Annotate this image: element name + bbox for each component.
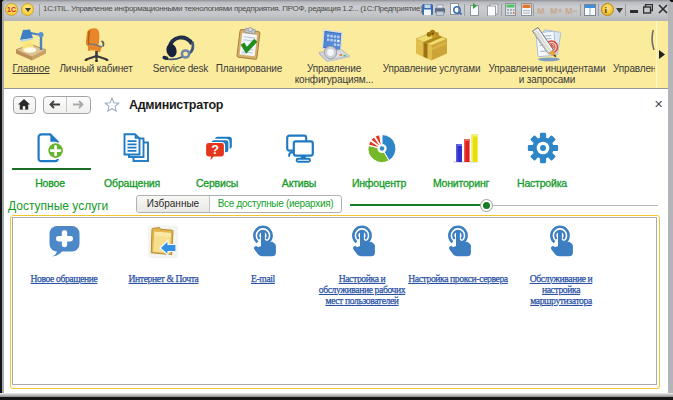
svg-text:?: ? (211, 143, 219, 157)
